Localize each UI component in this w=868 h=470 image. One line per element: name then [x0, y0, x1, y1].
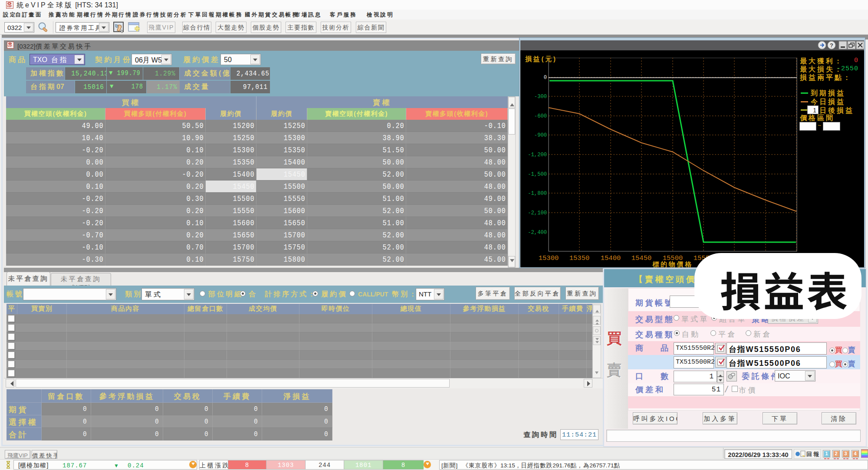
- svg-text:?: ?: [830, 42, 833, 49]
- svg-text:15300: 15300: [539, 254, 559, 262]
- svg-text:15450: 15450: [631, 254, 652, 262]
- svg-text:15350: 15350: [569, 254, 590, 262]
- svg-text:15400: 15400: [601, 254, 621, 262]
